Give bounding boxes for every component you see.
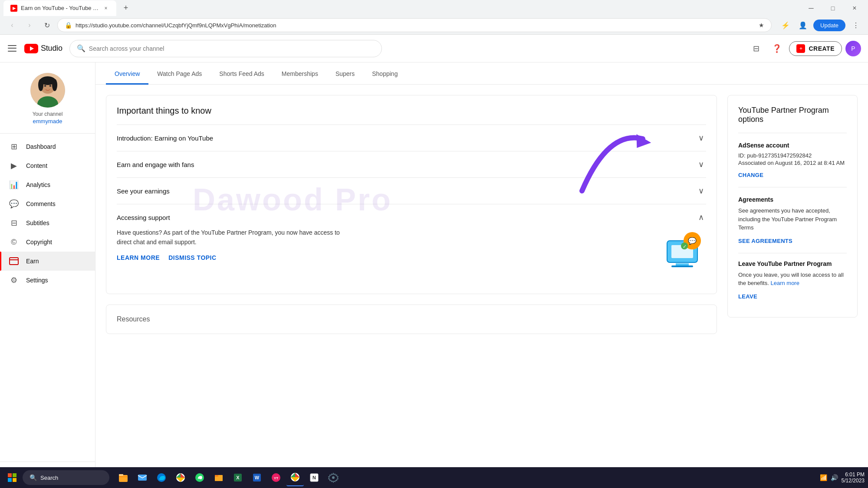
channel-avatar-img xyxy=(30,73,65,108)
accordion-support-header[interactable]: Accessing support ∧ xyxy=(117,212,706,223)
address-bar[interactable]: 🔒 https://studio.youtube.com/channel/UCz… xyxy=(57,18,772,32)
taskbar-search-label: Search xyxy=(40,475,58,481)
subtitles-icon[interactable]: ⊟ xyxy=(747,40,765,57)
svg-rect-25 xyxy=(119,475,128,482)
svg-point-8 xyxy=(44,85,46,87)
subtitles-nav-icon: ⊟ xyxy=(9,218,19,228)
taskbar-search[interactable]: 🔍 Search xyxy=(23,470,109,485)
profile-icon[interactable]: 👤 xyxy=(796,18,810,32)
browser-chrome: ▶ Earn on YouTube - YouTube Stu... × + ─… xyxy=(0,0,868,35)
search-input[interactable] xyxy=(89,45,375,52)
forward-button[interactable]: › xyxy=(23,18,36,32)
main-content: Overview Watch Page Ads Shorts Feed Ads … xyxy=(95,62,868,488)
studio-logo-text: Studio xyxy=(41,44,62,53)
svg-rect-33 xyxy=(215,475,218,477)
sidebar-item-label-dashboard: Dashboard xyxy=(26,143,56,150)
adsense-section: AdSense account ID: pub-9127351947259284… xyxy=(738,133,847,187)
browser-tab[interactable]: ▶ Earn on YouTube - YouTube Stu... × xyxy=(3,0,116,16)
sidebar-item-earn[interactable]: Earn xyxy=(0,252,95,271)
right-panel: YouTube Partner Program options AdSense … xyxy=(727,95,858,334)
minimize-button[interactable]: ─ xyxy=(801,1,821,15)
sidebar-item-content[interactable]: ▶ Content xyxy=(0,156,95,175)
update-button[interactable]: Update xyxy=(813,20,845,31)
help-icon[interactable]: ❓ xyxy=(768,40,786,57)
accordion-earnings-label: See your earnings xyxy=(117,187,170,195)
leave-learn-more-link[interactable]: Learn more xyxy=(770,280,799,286)
tab-supers[interactable]: Supers xyxy=(327,62,363,85)
tab-close-icon[interactable]: × xyxy=(102,5,109,12)
info-card: Important things to know Introduction: E… xyxy=(106,95,717,294)
leave-button[interactable]: LEAVE xyxy=(738,293,757,300)
channel-avatar[interactable] xyxy=(30,73,65,108)
create-button[interactable]: + CREATE xyxy=(789,41,842,56)
svg-point-9 xyxy=(49,85,51,87)
leave-section: Leave YouTube Partner Program Once you l… xyxy=(738,253,847,307)
user-avatar[interactable]: P xyxy=(845,41,861,56)
dismiss-topic-button[interactable]: DISMISS TOPIC xyxy=(168,254,216,261)
tab-watch-page-ads[interactable]: Watch Page Ads xyxy=(148,62,210,85)
content-area: Dawood Pro Important things to know xyxy=(95,85,868,344)
sidebar-item-subtitles[interactable]: ⊟ Subtitles xyxy=(0,213,95,233)
hamburger-menu-icon[interactable] xyxy=(7,43,17,54)
extensions-icon[interactable]: ⚡ xyxy=(779,18,792,32)
address-url: https://studio.youtube.com/channel/UCzqb… xyxy=(76,22,755,29)
more-options-icon[interactable]: ⋮ xyxy=(849,18,863,32)
accordion-engage-label: Earn and engage with fans xyxy=(117,161,194,168)
taskbar-settings[interactable] xyxy=(325,469,342,486)
back-button[interactable]: ‹ xyxy=(5,18,19,32)
tab-shopping[interactable]: Shopping xyxy=(363,62,406,85)
comments-icon: 💬 xyxy=(9,199,19,209)
support-illustration: 💬 ✓ xyxy=(658,228,706,275)
new-tab-button[interactable]: + xyxy=(120,2,132,14)
taskbar-file-explorer[interactable] xyxy=(115,469,132,486)
tab-memberships[interactable]: Memberships xyxy=(273,62,327,85)
accordion-engage-arrow: ∨ xyxy=(696,159,706,170)
taskbar-file-manager[interactable] xyxy=(210,469,227,486)
sidebar-item-copyright[interactable]: © Copyright xyxy=(0,233,95,252)
taskbar-notion[interactable]: N xyxy=(306,469,323,486)
taskbar-yt[interactable]: YT xyxy=(267,469,285,486)
see-agreements-button[interactable]: SEE AGREEMENTS xyxy=(738,238,792,244)
accordion-earnings-arrow: ∨ xyxy=(696,186,706,196)
sidebar-item-label-content: Content xyxy=(26,162,47,169)
refresh-button[interactable]: ↻ xyxy=(40,18,54,32)
close-window-button[interactable]: × xyxy=(845,1,865,15)
windows-start-button[interactable] xyxy=(3,469,21,486)
svg-text:W: W xyxy=(255,475,260,480)
tab-overview[interactable]: Overview xyxy=(106,62,148,85)
accordion-support-actions: LEARN MORE DISMISS TOPIC xyxy=(117,254,648,261)
adsense-section-title: AdSense account xyxy=(738,142,847,149)
svg-rect-24 xyxy=(13,478,16,482)
tab-shorts-feed-ads[interactable]: Shorts Feed Ads xyxy=(210,62,273,85)
create-icon: + xyxy=(796,44,805,53)
maximize-button[interactable]: □ xyxy=(823,1,843,15)
taskbar-chrome-active[interactable] xyxy=(286,469,304,486)
earn-icon xyxy=(9,256,19,266)
taskbar-excel[interactable]: X xyxy=(229,469,247,486)
search-bar[interactable]: 🔍 xyxy=(69,40,382,57)
learn-more-button[interactable]: LEARN MORE xyxy=(117,254,160,261)
sidebar-item-settings[interactable]: ⚙ Settings xyxy=(0,271,95,290)
agreements-section: Agreements See agreements you have accep… xyxy=(738,187,847,253)
change-button[interactable]: CHANGE xyxy=(738,172,763,178)
taskbar-whatsapp[interactable] xyxy=(191,469,208,486)
yt-studio-logo[interactable]: Studio xyxy=(24,44,62,53)
taskbar-edge[interactable] xyxy=(153,469,170,486)
taskbar-search-icon: 🔍 xyxy=(30,474,37,481)
leave-section-title: Leave YouTube Partner Program xyxy=(738,260,847,267)
taskbar-time-label: 6:01 PM xyxy=(845,472,865,478)
sidebar-item-label-analytics: Analytics xyxy=(26,181,50,188)
taskbar-volume-icon: 🔊 xyxy=(831,474,838,481)
agreements-section-title: Agreements xyxy=(738,196,847,203)
sidebar-item-analytics[interactable]: 📊 Analytics xyxy=(0,175,95,194)
svg-text:N: N xyxy=(312,475,316,480)
taskbar-apps: X W YT xyxy=(115,469,342,486)
sidebar-item-dashboard[interactable]: ⊞ Dashboard xyxy=(0,137,95,156)
taskbar-word[interactable]: W xyxy=(248,469,266,486)
header-right: ⊟ ❓ + CREATE P xyxy=(747,40,861,57)
main-panel: Dawood Pro Important things to know xyxy=(106,95,717,334)
sidebar-item-comments[interactable]: 💬 Comments xyxy=(0,194,95,213)
taskbar-mail[interactable] xyxy=(134,469,151,486)
taskbar-chrome[interactable] xyxy=(172,469,189,486)
channel-name[interactable]: emmymade xyxy=(33,118,62,124)
